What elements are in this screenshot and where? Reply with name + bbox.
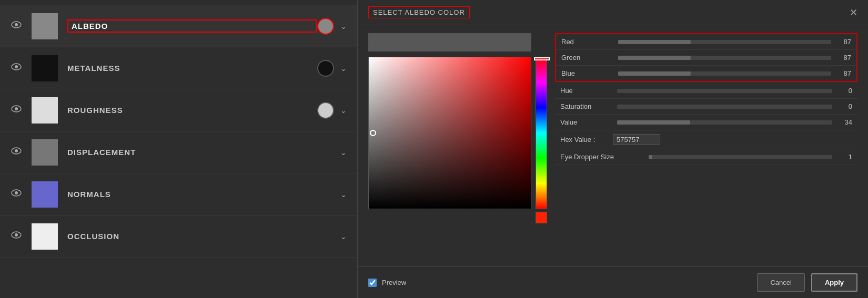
eye-icon-displacement[interactable] [11,147,22,158]
dialog-footer: Preview Cancel Apply [358,266,868,298]
picker-cursor [370,130,376,136]
roughness-chevron[interactable]: ⌄ [340,106,347,115]
saturation-row[interactable]: Saturation 0 [555,99,857,115]
svg-point-1 [15,23,18,26]
occlusion-chevron[interactable]: ⌄ [340,232,347,241]
saturation-slider-track[interactable] [617,105,832,109]
value-value: 34 [836,118,852,126]
picker-and-spectrum [368,57,547,223]
dialog-title: SELECT ALBEDO COLOR [368,6,470,18]
roughness-color-circle[interactable] [317,102,334,119]
green-slider-track[interactable] [618,56,831,60]
close-button[interactable]: ✕ [850,7,857,18]
color-picker-area [368,33,547,259]
value-label: Value [560,118,613,126]
albedo-thumb [32,13,58,39]
value-row[interactable]: Value 34 [555,115,857,130]
metalness-color-circle[interactable] [317,60,334,77]
color-preview-bar [368,33,531,52]
blue-slider-fill [618,71,691,76]
normals-label: NORMALS [67,190,340,199]
layer-row-roughness[interactable]: ROUGHNESS ⌄ [0,89,357,131]
green-slider-fill [618,56,691,60]
normals-chevron[interactable]: ⌄ [340,190,347,199]
layer-row-occlusion[interactable]: OCCLUSION ⌄ [0,215,357,258]
displacement-chevron[interactable]: ⌄ [340,148,347,157]
red-row[interactable]: Red 87 [556,34,856,50]
svg-point-11 [15,233,18,237]
hue-row[interactable]: Hue 0 [555,83,857,99]
saturation-label: Saturation [560,102,613,110]
eye-icon-occlusion[interactable] [11,231,22,242]
red-slider-track[interactable] [618,40,831,44]
red-value: 87 [835,38,851,46]
cancel-button[interactable]: Cancel [757,273,804,292]
eye-dropper-row[interactable]: Eye Dropper Size 1 [555,149,857,165]
svg-point-9 [15,191,18,194]
normals-thumb [32,181,58,208]
saturation-value: 0 [836,102,852,110]
footer-buttons: Cancel Apply [757,273,857,292]
layer-row-metalness[interactable]: METALNESS ⌄ [0,47,357,89]
layer-row-normals[interactable]: NORMALS ⌄ [0,173,357,215]
hue-handle[interactable] [534,57,550,60]
hex-label: Hex Value : [560,136,613,143]
eye-dropper-slider-fill [649,155,652,159]
layers-panel: ALBEDO ⌄ METALNESS ⌄ ROUGHNESS ⌄ [0,0,358,298]
displacement-thumb [32,139,58,166]
occlusion-thumb [32,223,58,250]
color-values-panel: Red 87 Green 87 Blue [555,33,857,259]
eye-icon-albedo[interactable] [11,20,22,32]
occlusion-label: OCCLUSION [67,232,340,241]
green-value: 87 [835,54,851,61]
preview-row: Preview [368,279,406,287]
preview-label: Preview [382,279,406,286]
blue-label: Blue [561,69,614,77]
preview-checkbox[interactable] [368,279,377,287]
dialog-header: SELECT ALBEDO COLOR ✕ [358,0,868,25]
apply-button[interactable]: Apply [811,273,857,292]
metalness-thumb [32,55,58,81]
eye-dropper-label: Eye Dropper Size [560,153,644,161]
value-slider-fill [617,120,690,125]
roughness-label: ROUGHNESS [67,106,317,115]
hue-value: 0 [836,87,852,95]
red-slider-fill [618,40,691,44]
svg-point-3 [15,65,18,68]
albedo-color-circle[interactable] [317,18,334,35]
blue-row[interactable]: Blue 87 [556,66,856,81]
eye-icon-normals[interactable] [11,189,22,200]
dialog-body: Red 87 Green 87 Blue [358,25,868,266]
value-slider-track[interactable] [617,120,832,125]
layer-row-albedo[interactable]: ALBEDO ⌄ [0,5,357,47]
layer-row-displacement[interactable]: DISPLACEMENT ⌄ [0,131,357,173]
albedo-chevron[interactable]: ⌄ [340,22,347,30]
blue-slider-track[interactable] [618,71,831,76]
metalness-label: METALNESS [67,64,317,73]
hue-slider-track[interactable] [617,89,832,93]
albedo-label: ALBEDO [67,19,317,33]
color-picker-dialog: SELECT ALBEDO COLOR ✕ [358,0,868,298]
metalness-chevron[interactable]: ⌄ [340,64,347,73]
svg-point-5 [15,107,18,110]
roughness-thumb [32,97,58,124]
displacement-label: DISPLACEMENT [67,148,340,157]
green-row[interactable]: Green 87 [556,50,856,66]
eye-dropper-value: 1 [836,153,852,161]
hue-label: Hue [560,87,613,95]
hue-spectrum[interactable] [536,57,547,209]
rgb-group: Red 87 Green 87 Blue [555,33,857,82]
eye-dropper-slider-track[interactable] [649,155,832,159]
blue-value: 87 [835,69,851,77]
gradient-dark-layer [369,57,531,209]
green-label: Green [561,54,614,61]
color-gradient-box[interactable] [368,57,531,209]
red-label: Red [561,38,614,46]
hex-row: Hex Value : [555,130,857,149]
svg-point-7 [15,149,18,152]
eye-icon-roughness[interactable] [11,105,22,116]
hue-current-color [536,212,547,223]
hex-input[interactable] [613,134,660,145]
eye-icon-metalness[interactable] [11,63,22,74]
